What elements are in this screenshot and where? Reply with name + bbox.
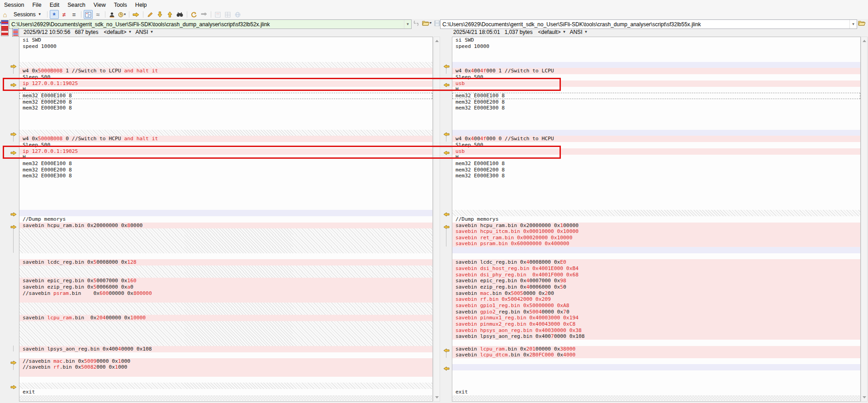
- copy-to-left-icon[interactable]: [443, 366, 450, 371]
- code-line[interactable]: mem32 E000E100 8: [452, 93, 860, 99]
- blank-line[interactable]: [19, 377, 432, 383]
- browse-folder-button[interactable]: ▾: [422, 20, 432, 26]
- left-path-dropdown-icon[interactable]: ▼: [404, 20, 411, 28]
- menu-file[interactable]: File: [28, 0, 45, 9]
- code-line[interactable]: savebin ret_ram.bin 0x00020000 0x10000: [452, 235, 860, 241]
- code-line[interactable]: ip 127.0.0.1:19025: [19, 81, 432, 87]
- diff-blank-line[interactable]: [19, 370, 432, 377]
- code-line[interactable]: //Dump memorys: [19, 216, 432, 223]
- blank-line[interactable]: [19, 191, 432, 198]
- blank-line[interactable]: [452, 117, 860, 123]
- blank-line[interactable]: [452, 383, 860, 389]
- blank-line[interactable]: [452, 56, 860, 62]
- right-path-value[interactable]: C:\Users\26929\Documents\gerrit_sdk_no_U…: [441, 21, 849, 28]
- blank-line[interactable]: [452, 340, 860, 346]
- copy-to-right-icon[interactable]: [10, 83, 17, 87]
- code-line[interactable]: savebin pinmux2_reg.bin 0x40043000 0xC8: [452, 321, 860, 327]
- data-compare-button[interactable]: [223, 10, 232, 19]
- display-mode-button[interactable]: [84, 10, 93, 19]
- menu-edit[interactable]: Edit: [46, 0, 64, 9]
- left-scrollbar[interactable]: [433, 37, 440, 402]
- format-button[interactable]: [108, 10, 117, 19]
- save-icon[interactable]: [434, 20, 440, 26]
- blank-line[interactable]: [452, 358, 860, 365]
- find-button[interactable]: [175, 10, 185, 19]
- left-path-combo[interactable]: C:\Users\26929\Documents\gerrit_sdk_no_U…: [9, 19, 412, 29]
- diff-section-arrow[interactable]: [10, 149, 17, 157]
- blank-line[interactable]: [19, 253, 432, 260]
- blank-line[interactable]: [19, 352, 432, 358]
- code-line[interactable]: mem32 E000E200 8: [452, 167, 860, 173]
- web-button[interactable]: [233, 10, 242, 19]
- chevron-down-icon[interactable]: ▼: [128, 30, 132, 34]
- unimportant-diff-line[interactable]: [19, 210, 432, 216]
- diff-blank-line[interactable]: [19, 296, 432, 303]
- code-line[interactable]: usb: [452, 148, 860, 155]
- menu-help[interactable]: Help: [131, 0, 151, 9]
- code-line[interactable]: speed 10000: [452, 43, 860, 50]
- code-line[interactable]: mem32 E000E100 8: [19, 161, 432, 167]
- scroll-down-icon[interactable]: [863, 396, 866, 398]
- next-section-button[interactable]: [132, 10, 141, 19]
- code-line[interactable]: savebin dsi_phy_reg.bin 0x4001F000 0x68: [452, 272, 860, 278]
- blank-line[interactable]: [452, 370, 860, 377]
- code-line[interactable]: savebin epic_reg.bin 0x40007000 0x98: [452, 278, 860, 284]
- right-path-combo[interactable]: C:\Users\26929\Documents\gerrit_sdk_no_U…: [440, 19, 857, 29]
- code-line[interactable]: //savebin rf.bin 0x50082000 0x1000: [19, 364, 432, 370]
- rules-button[interactable]: ▾: [118, 10, 127, 19]
- ignore-unimportant-button[interactable]: ≈: [94, 10, 103, 19]
- code-line[interactable]: mem32 E000E300 8: [19, 105, 432, 111]
- diff-section-arrow[interactable]: [10, 383, 17, 391]
- code-line[interactable]: savebin lcdc_reg.bin 0x50008000 0x128: [19, 259, 432, 266]
- code-line[interactable]: ip 127.0.0.1:19025: [19, 148, 432, 155]
- code-line[interactable]: //savebin mac.bin 0x50090000 0x1000: [19, 358, 432, 365]
- code-line[interactable]: w4 0x4004f000 0 //Switch to HCPU: [452, 136, 860, 142]
- code-line[interactable]: savebin hcpu_itcm.bin 0x00010000 0x10000: [452, 228, 860, 235]
- menu-view[interactable]: View: [90, 0, 110, 9]
- left-format-select[interactable]: <default>: [104, 29, 126, 35]
- unimportant-diff-line[interactable]: [452, 247, 860, 253]
- copy-to-left-icon[interactable]: [443, 64, 450, 69]
- left-file-format-icon[interactable]: [12, 28, 19, 37]
- copy-to-left-icon[interactable]: [443, 83, 450, 87]
- code-line[interactable]: speed 10000: [19, 43, 432, 50]
- diff-section-arrow[interactable]: [10, 62, 17, 71]
- code-line[interactable]: w4 0x5000B008 1 //Switch to LCPU and hal…: [19, 68, 432, 74]
- code-line[interactable]: Sleep 500: [452, 74, 860, 81]
- blank-line[interactable]: [452, 377, 860, 383]
- swap-paths-icon[interactable]: [413, 20, 419, 26]
- sessions-button[interactable]: Sessions ▼: [10, 10, 45, 19]
- browse-folder-button-right[interactable]: [858, 20, 866, 26]
- unimportant-diff-line[interactable]: [452, 130, 860, 136]
- code-line[interactable]: savebin psram.bin 0x60000000 0x400000: [452, 241, 860, 247]
- copy-to-left-icon[interactable]: [443, 225, 450, 229]
- show-all-button[interactable]: *: [50, 10, 59, 19]
- code-line[interactable]: savebin mac.bin 0x50050000 0x200: [452, 290, 860, 297]
- right-encoding-select[interactable]: ANSI: [569, 29, 582, 35]
- scroll-down-icon[interactable]: [435, 396, 439, 398]
- blank-line[interactable]: [19, 117, 432, 123]
- blank-line[interactable]: [19, 123, 432, 130]
- show-same-button[interactable]: =: [70, 10, 79, 19]
- blank-line[interactable]: [452, 253, 860, 260]
- chevron-down-icon[interactable]: ▼: [584, 30, 588, 34]
- swap-sides-button[interactable]: [199, 10, 209, 19]
- diff-section-arrow[interactable]: [443, 346, 450, 355]
- copy-to-right-icon[interactable]: [10, 64, 17, 69]
- previous-difference-button[interactable]: [166, 10, 175, 19]
- chevron-down-icon[interactable]: ▼: [563, 30, 566, 34]
- code-line[interactable]: mem32 E000E100 8: [452, 161, 860, 167]
- code-line[interactable]: exit: [19, 389, 432, 395]
- diff-section-arrow[interactable]: [443, 210, 450, 218]
- code-line[interactable]: H: [19, 154, 432, 161]
- code-line[interactable]: mem32 E000E300 8: [19, 173, 432, 179]
- code-line[interactable]: savebin lpsys_aon_reg.bin 0x40040000 0x1…: [19, 346, 432, 352]
- blank-line[interactable]: [452, 111, 860, 118]
- home-button[interactable]: ⌂: [0, 10, 9, 19]
- copy-to-left-icon[interactable]: [443, 212, 450, 217]
- diff-section-arrow[interactable]: [10, 223, 17, 231]
- right-path-dropdown-icon[interactable]: ▼: [849, 20, 857, 28]
- scroll-up-icon[interactable]: [863, 40, 866, 42]
- code-line[interactable]: Sleep 500: [452, 142, 860, 148]
- blank-line[interactable]: [452, 198, 860, 204]
